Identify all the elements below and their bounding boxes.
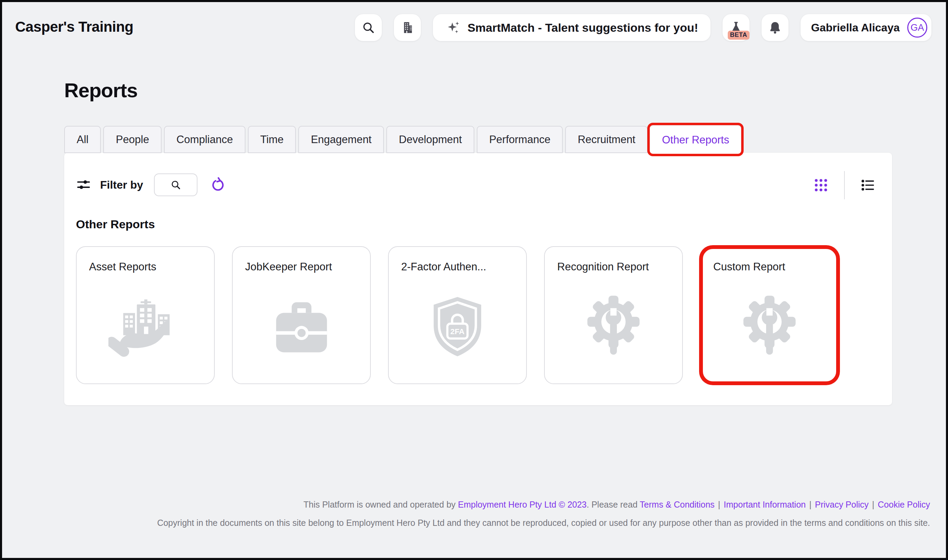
card-title: Custom Report bbox=[713, 261, 830, 273]
tab-recruitment[interactable]: Recruitment bbox=[565, 126, 648, 153]
grid-view-icon bbox=[814, 178, 828, 192]
toolbar-divider bbox=[844, 171, 845, 199]
gear-wrench-icon bbox=[701, 294, 838, 357]
labs-button[interactable]: BETA bbox=[723, 14, 749, 41]
gear-wrench-icon bbox=[545, 294, 682, 357]
tab-other-reports[interactable]: Other Reports bbox=[650, 126, 741, 154]
tab-performance[interactable]: Performance bbox=[477, 126, 563, 153]
search-button[interactable] bbox=[355, 14, 382, 41]
tab-time[interactable]: Time bbox=[248, 126, 296, 153]
search-icon bbox=[361, 21, 375, 34]
beta-badge: BETA bbox=[728, 31, 750, 40]
card-title: Recognition Report bbox=[557, 261, 674, 273]
notifications-button[interactable] bbox=[761, 14, 789, 41]
footer-separator: | bbox=[809, 500, 812, 509]
user-menu[interactable]: Gabriella Alicaya GA bbox=[801, 14, 931, 41]
filter-search-input[interactable] bbox=[154, 174, 198, 196]
smartmatch-label: SmartMatch - Talent suggestions for you! bbox=[468, 21, 698, 34]
card-custom-report[interactable]: Custom Report bbox=[700, 246, 839, 384]
reports-panel: Filter by bbox=[64, 153, 892, 405]
tab-compliance[interactable]: Compliance bbox=[164, 126, 245, 153]
footer-copyright-line: Copyright in the documents on this site … bbox=[2, 518, 930, 528]
smartmatch-banner[interactable]: SmartMatch - Talent suggestions for you! bbox=[433, 14, 710, 41]
footer-separator: | bbox=[872, 500, 874, 509]
refresh-icon bbox=[210, 177, 226, 193]
bell-icon bbox=[768, 20, 782, 35]
header-actions: SmartMatch - Talent suggestions for you!… bbox=[355, 14, 931, 41]
card-recognition-report[interactable]: Recognition Report bbox=[544, 246, 683, 384]
grid-view-button[interactable] bbox=[814, 178, 828, 192]
footer-text: . Please read bbox=[587, 500, 640, 509]
link-cookie-policy[interactable]: Cookie Policy bbox=[878, 500, 930, 509]
shield-2fa-label: 2FA bbox=[450, 327, 464, 336]
report-category-tabs: All People Compliance Time Engagement De… bbox=[64, 126, 741, 153]
card-asset-reports[interactable]: Asset Reports bbox=[76, 246, 215, 384]
filter-by-label: Filter by bbox=[100, 178, 143, 191]
organisation-button[interactable] bbox=[394, 14, 421, 41]
card-2fa-report[interactable]: 2-Factor Authen... 2FA bbox=[388, 246, 527, 384]
card-title: JobKeeper Report bbox=[245, 261, 362, 273]
footer-text: This Platform is owned and operated by bbox=[303, 500, 458, 509]
card-title: 2-Factor Authen... bbox=[401, 261, 518, 273]
filter-icon bbox=[76, 177, 91, 192]
footer-legal-line: This Platform is owned and operated by E… bbox=[2, 500, 930, 510]
app-title: Casper's Training bbox=[15, 18, 133, 35]
avatar: GA bbox=[907, 18, 927, 38]
user-name: Gabriella Alicaya bbox=[811, 22, 900, 34]
tab-other-reports-label: Other Reports bbox=[662, 134, 729, 146]
list-view-icon bbox=[861, 178, 875, 192]
card-jobkeeper-report[interactable]: JobKeeper Report bbox=[232, 246, 371, 384]
link-privacy-policy[interactable]: Privacy Policy bbox=[815, 500, 869, 509]
card-title: Asset Reports bbox=[89, 261, 206, 273]
link-employment-hero[interactable]: Employment Hero Pty Ltd © 2023 bbox=[458, 500, 587, 509]
section-heading: Other Reports bbox=[76, 218, 155, 231]
footer-separator: | bbox=[718, 500, 721, 509]
search-icon bbox=[170, 179, 181, 190]
view-toggle-group bbox=[814, 171, 875, 200]
filter-toolbar: Filter by bbox=[76, 173, 226, 197]
link-important-information[interactable]: Important Information bbox=[724, 500, 806, 509]
briefcase-icon bbox=[233, 294, 370, 355]
tab-engagement[interactable]: Engagement bbox=[298, 126, 384, 153]
assets-in-hand-icon bbox=[77, 294, 214, 362]
building-icon bbox=[400, 20, 415, 35]
page-title: Reports bbox=[64, 78, 137, 102]
shield-2fa-icon: 2FA bbox=[389, 294, 526, 360]
tab-all[interactable]: All bbox=[64, 126, 101, 153]
tab-development[interactable]: Development bbox=[386, 126, 474, 153]
sparkle-icon bbox=[445, 20, 460, 35]
reports-page: { "app": { "window_title": "Casper's Tra… bbox=[0, 0, 948, 560]
report-cards: Asset Reports bbox=[76, 246, 839, 384]
list-view-button[interactable] bbox=[861, 178, 875, 192]
tab-people[interactable]: People bbox=[103, 126, 162, 153]
refresh-filters-button[interactable] bbox=[210, 177, 226, 193]
link-terms-conditions[interactable]: Terms & Conditions bbox=[640, 500, 715, 509]
